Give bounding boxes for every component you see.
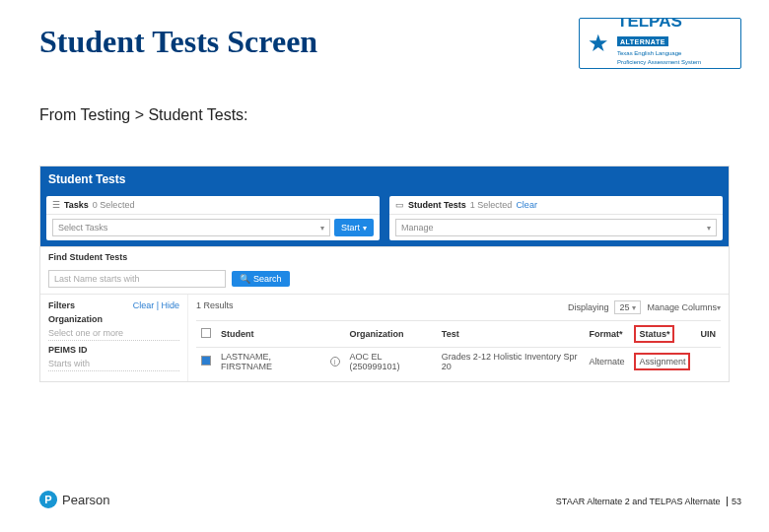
telpas-badge: ★ TELPAS ALTERNATE Texas English Languag… xyxy=(579,18,741,69)
peims-filter-input[interactable]: Starts with xyxy=(48,357,179,371)
cell-status: Assignment xyxy=(629,348,695,376)
select-tasks-placeholder: Select Tasks xyxy=(58,223,107,233)
badge-brand: TELPAS xyxy=(617,18,682,31)
badge-text: TELPAS ALTERNATE Texas English Language … xyxy=(617,18,740,69)
col-student[interactable]: Student xyxy=(216,321,325,348)
status-highlight: Assignment xyxy=(634,353,690,370)
badge-sub2: Proficiency Assessment System xyxy=(617,59,736,66)
search-row: Last Name starts with 🔍 Search xyxy=(40,266,729,295)
footer-note-text: STAAR Alternate 2 and TELPAS Alternate xyxy=(556,497,721,506)
manage-columns-label: Manage Columns xyxy=(647,302,717,312)
chevron-down-icon xyxy=(320,223,324,233)
chevron-down-icon xyxy=(632,302,636,312)
start-button[interactable]: Start xyxy=(334,219,374,236)
student-tests-screenshot: Student Tests ☰ Tasks 0 Selected Select … xyxy=(39,166,730,382)
star-icon: ★ xyxy=(580,19,617,68)
clear-link[interactable]: Clear xyxy=(516,200,537,210)
breadcrumb: From Testing > Student Tests: xyxy=(39,106,248,124)
col-status[interactable]: Status* xyxy=(629,321,695,348)
page-number: 53 xyxy=(727,497,741,506)
col-format[interactable]: Format* xyxy=(584,321,629,348)
badge-alternate: ALTERNATE xyxy=(617,36,668,46)
chevron-down-icon xyxy=(363,223,367,233)
app-header: Student Tests xyxy=(40,166,729,192)
organization-filter-label: Organization xyxy=(48,314,179,324)
results-count: 1 Results xyxy=(196,300,234,314)
results-pane: 1 Results Displaying 25 Manage Columns xyxy=(188,295,729,381)
info-icon[interactable]: i xyxy=(330,357,340,366)
badge-sub3: Alternate xyxy=(617,67,736,69)
search-button-label: Search xyxy=(253,274,282,284)
col-uin[interactable]: UIN xyxy=(695,321,721,348)
col-info xyxy=(325,321,345,348)
filters-clear-hide[interactable]: Clear | Hide xyxy=(133,300,179,310)
manage-columns-link[interactable]: Manage Columns xyxy=(647,302,721,312)
page-size-select[interactable]: 25 xyxy=(614,300,641,314)
filters-title: Filters xyxy=(48,300,75,310)
cell-organization: AOC EL (250999101) xyxy=(345,348,437,376)
footer-note: STAAR Alternate 2 and TELPAS Alternate 5… xyxy=(556,497,741,506)
peims-filter-label: PEIMS ID xyxy=(48,345,179,355)
student-tests-label: Student Tests xyxy=(408,200,466,210)
list-icon: ☰ xyxy=(52,200,60,210)
results-table: Student Organization Test Format* Status… xyxy=(196,320,721,375)
search-icon: 🔍 xyxy=(240,274,250,284)
slide-title: Student Tests Screen xyxy=(39,24,317,60)
status-highlight: Status* xyxy=(634,325,674,343)
table-header-row: Student Organization Test Format* Status… xyxy=(196,321,721,348)
chevron-down-icon xyxy=(717,302,721,312)
manage-dropdown[interactable]: Manage xyxy=(395,219,717,236)
pearson-icon: P xyxy=(39,491,57,508)
cell-uin xyxy=(695,348,721,376)
lastname-input[interactable]: Last Name starts with xyxy=(48,270,226,288)
manage-label: Manage xyxy=(401,223,434,233)
tasks-row: ☰ Tasks 0 Selected Select Tasks Start ▭ … xyxy=(40,192,729,246)
tasks-selected: 0 Selected xyxy=(93,200,135,210)
page-size-value: 25 xyxy=(619,302,629,312)
col-organization[interactable]: Organization xyxy=(345,321,437,348)
search-button[interactable]: 🔍 Search xyxy=(232,271,290,287)
cell-format: Alternate xyxy=(584,348,629,376)
tasks-panel: ☰ Tasks 0 Selected Select Tasks Start xyxy=(46,196,380,240)
table-row[interactable]: LASTNAME, FIRSTNAME i AOC EL (250999101)… xyxy=(196,348,721,376)
checkbox-icon xyxy=(201,328,211,338)
badge-sub1: Texas English Language xyxy=(617,50,736,57)
start-button-label: Start xyxy=(341,223,360,233)
col-test[interactable]: Test xyxy=(437,321,585,348)
chevron-down-icon xyxy=(707,223,711,233)
file-icon: ▭ xyxy=(395,200,404,210)
pearson-text: Pearson xyxy=(62,493,109,507)
row-checkbox[interactable] xyxy=(201,356,211,366)
results-body: Filters Clear | Hide Organization Select… xyxy=(40,295,729,381)
student-tests-selected: 1 Selected xyxy=(470,200,513,210)
filters-pane: Filters Clear | Hide Organization Select… xyxy=(40,295,188,381)
cell-student: LASTNAME, FIRSTNAME xyxy=(216,348,325,376)
find-title: Find Student Tests xyxy=(40,246,729,266)
cell-test: Grades 2-12 Holistic Inventory Spr 20 xyxy=(437,348,585,376)
col-checkbox[interactable] xyxy=(196,321,216,348)
tasks-label: Tasks xyxy=(64,200,89,210)
student-tests-panel: ▭ Student Tests 1 Selected Clear Manage xyxy=(389,196,723,240)
pearson-logo: P Pearson xyxy=(39,491,109,508)
organization-filter-input[interactable]: Select one or more xyxy=(48,326,179,341)
displaying-label: Displaying xyxy=(568,302,609,312)
select-tasks-dropdown[interactable]: Select Tasks xyxy=(52,219,330,236)
